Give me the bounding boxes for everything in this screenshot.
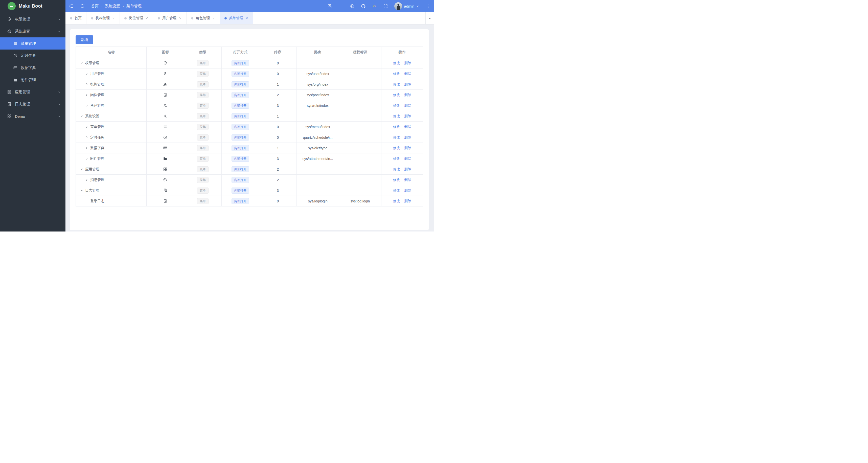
fullscreen-button[interactable] [383,4,388,9]
edit-link[interactable]: 修改 [393,103,400,107]
expand-row-icon[interactable] [85,125,89,128]
sidebar-subitem-schedule[interactable]: 定时任务 [0,50,65,62]
close-icon[interactable] [112,17,115,20]
gear-icon [7,29,12,34]
edit-link[interactable]: 修改 [393,146,400,150]
tab-post-mgmt[interactable]: 岗位管理 [120,12,153,24]
expand-row-icon[interactable] [85,136,89,139]
edit-link[interactable]: 修改 [393,93,400,97]
menu-name: 消息管理 [90,178,104,182]
tab-list-dropdown[interactable] [425,12,434,24]
refresh-icon [80,3,85,9]
tab-label: 机构管理 [96,16,110,21]
delete-link[interactable]: 删除 [404,199,411,203]
cell-route: quartz/schedule/i... [297,132,339,143]
cell-open-mode: 内部打开 [222,58,259,68]
edit-link[interactable]: 修改 [393,135,400,139]
delete-link[interactable]: 删除 [404,135,411,139]
expand-row-icon[interactable] [85,157,89,160]
delete-link[interactable]: 删除 [404,82,411,86]
delete-link[interactable]: 删除 [404,167,411,171]
expand-row-icon[interactable] [85,83,89,86]
edit-link[interactable]: 修改 [393,71,400,75]
font-size-button[interactable] [339,4,343,9]
close-icon[interactable] [212,17,215,20]
sidebar-nav: 权限管理系统设置菜单管理定时任务数据字典附件管理应用管理日志管理Demo [0,12,65,122]
refresh-button[interactable] [80,3,85,9]
edit-link[interactable]: 修改 [393,125,400,129]
edit-link[interactable]: 修改 [393,114,400,118]
breadcrumb-item[interactable]: 系统设置 [105,4,120,9]
delete-link[interactable]: 删除 [404,156,411,160]
close-icon[interactable] [145,17,148,20]
fullscreen-icon [383,4,388,9]
tab-user-mgmt[interactable]: 用户管理 [153,12,187,24]
sidebar-subitem-label: 数据字典 [21,65,36,70]
user-menu[interactable]: admin [394,2,419,10]
expand-row-icon[interactable] [85,93,89,96]
delete-link[interactable]: 删除 [404,93,411,97]
edit-link[interactable]: 修改 [393,167,400,171]
sidebar-subitem-attachment[interactable]: 附件管理 [0,74,65,86]
edit-link[interactable]: 修改 [393,188,400,192]
delete-link[interactable]: 删除 [404,61,411,65]
sidebar-item-system[interactable]: 系统设置 [0,25,65,37]
collapse-row-icon[interactable] [80,61,84,65]
delete-link[interactable]: 删除 [404,125,411,129]
column-header: 打开方式 [222,47,259,58]
delete-link[interactable]: 删除 [404,188,411,192]
clock-icon [13,54,18,58]
close-icon[interactable] [179,17,182,20]
tree-node: 应用管理 [76,167,146,172]
close-icon[interactable] [245,17,248,20]
delete-link[interactable]: 删除 [404,71,411,75]
edit-link[interactable]: 修改 [393,199,400,203]
breadcrumb-item[interactable]: 首页 [91,4,99,9]
collapse-row-icon[interactable] [80,189,84,192]
breadcrumb-item[interactable]: 菜单管理 [126,4,142,9]
collapse-row-icon[interactable] [80,167,84,171]
tab-menu-mgmt[interactable]: 菜单管理 [220,12,253,24]
edit-link[interactable]: 修改 [393,61,400,65]
cell-route: sys/post/index [297,90,339,100]
sidebar-item-demo[interactable]: Demo [0,110,65,122]
sidebar-collapse-button[interactable] [69,3,74,9]
expand-row-icon[interactable] [85,72,89,75]
cell-route: sys/role/index [297,100,339,111]
translate-button[interactable] [328,4,332,9]
sidebar-subitem-menu[interactable]: 菜单管理 [0,37,65,50]
github-button[interactable] [361,4,366,9]
more-options-button[interactable] [426,4,430,9]
tab-dot [124,17,127,20]
expand-row-icon[interactable] [85,178,89,181]
avatar[interactable] [394,2,402,10]
sidebar-item-permission[interactable]: 权限管理 [0,13,65,25]
delete-link[interactable]: 删除 [404,114,411,118]
edit-link[interactable]: 修改 [393,82,400,86]
edit-link[interactable]: 修改 [393,178,400,182]
sidebar-subitem-dict[interactable]: 数据字典 [0,62,65,74]
sidebar-item-app[interactable]: 应用管理 [0,86,65,98]
delete-link[interactable]: 删除 [404,178,411,182]
globe-button[interactable] [350,4,354,9]
open-mode-badge: 内部打开 [231,134,249,141]
type-badge: 菜单 [197,134,209,141]
translate-icon [328,4,332,9]
cell-name: 数据字典 [76,143,147,153]
tab-org-mgmt[interactable]: 机构管理 [87,12,120,24]
gitee-button[interactable] [372,4,377,9]
expand-row-icon[interactable] [85,104,89,107]
tab-home[interactable]: 首页 [65,12,87,24]
expand-row-icon[interactable] [85,146,89,150]
edit-link[interactable]: 修改 [393,156,400,160]
tab-role-mgmt[interactable]: 角色管理 [187,12,220,24]
cell-type: 菜单 [184,100,221,111]
sidebar-item-log[interactable]: 日志管理 [0,98,65,110]
open-mode-badge: 内部打开 [231,156,249,162]
collapse-row-icon[interactable] [80,115,84,118]
add-button[interactable]: 新增 [75,35,93,44]
cell-open-mode: 内部打开 [222,153,259,164]
cell-icon [147,100,184,111]
delete-link[interactable]: 删除 [404,103,411,107]
delete-link[interactable]: 删除 [404,146,411,150]
